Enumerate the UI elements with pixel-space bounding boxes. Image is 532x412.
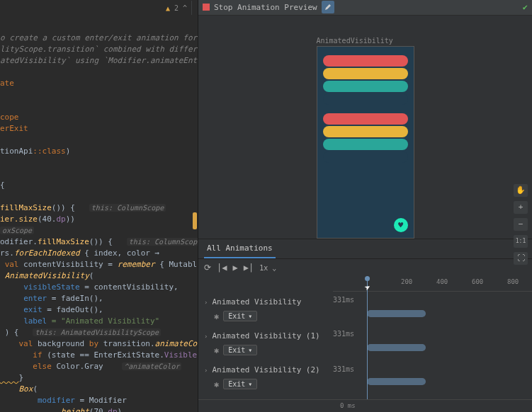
play-button[interactable]: ▶ bbox=[232, 263, 237, 273]
duration-0: 331ms bbox=[333, 296, 354, 304]
animation-controls: ⟳ |◀ ▶ ▶| 1x ⌄ bbox=[198, 259, 532, 276]
zoom-in-button[interactable]: + bbox=[514, 201, 528, 214]
device-label: AnimatedVisibility bbox=[317, 37, 414, 45]
chevron-right-icon: › bbox=[204, 299, 208, 306]
track-name-0: Animated Visibility bbox=[212, 297, 301, 307]
device-body: ♥ bbox=[317, 46, 414, 239]
device-frame: AnimatedVisibility ♥ bbox=[317, 37, 414, 239]
edit-button[interactable] bbox=[322, 1, 334, 13]
stripe-2 bbox=[323, 81, 408, 92]
freeze-icon[interactable]: ✱ bbox=[214, 345, 219, 355]
stripe-6 bbox=[323, 139, 408, 150]
warning-count: 2 bbox=[174, 4, 179, 12]
go-end-button[interactable]: ▶| bbox=[244, 263, 254, 273]
zoom-reset-button[interactable]: 1:1 bbox=[514, 235, 528, 248]
track-name-1: Animated Visibility (1) bbox=[212, 331, 319, 341]
editor-inspection-header: ▲ 2 ^ bbox=[0, 0, 198, 16]
timeline: ›Animated Visibility ✱Exit▾ ›Animated Vi… bbox=[198, 276, 532, 399]
expand-button[interactable]: ⛶ bbox=[514, 252, 528, 265]
state-select-1[interactable]: Exit▾ bbox=[223, 345, 257, 355]
track-header-0[interactable]: ›Animated Visibility bbox=[204, 294, 327, 309]
speed-selector[interactable]: 1x ⌄ bbox=[259, 264, 276, 272]
tab-all-animations[interactable]: All Animations bbox=[204, 239, 276, 258]
stripe-7 bbox=[323, 151, 408, 163]
chevron-right-icon: › bbox=[204, 367, 208, 374]
zoom-out-button[interactable]: − bbox=[514, 218, 528, 231]
bar-1 bbox=[367, 344, 426, 351]
preview-side-tools: ✋ + − 1:1 ⛶ bbox=[514, 184, 528, 265]
tick: 200 bbox=[401, 278, 412, 285]
stripe-5 bbox=[323, 126, 408, 137]
animation-panel: All Animations ⟳ |◀ ▶ ▶| 1x ⌄ ›Animated … bbox=[198, 239, 532, 412]
duration-2: 331ms bbox=[333, 365, 354, 373]
stripe-3 bbox=[323, 93, 408, 105]
animation-tabs: All Animations bbox=[198, 239, 532, 259]
scrollbar-thumb[interactable] bbox=[193, 212, 197, 229]
track-header-1[interactable]: ›Animated Visibility (1) bbox=[204, 328, 327, 343]
stripe-1 bbox=[323, 68, 408, 79]
track-header-2[interactable]: ›Animated Visibility (2) bbox=[204, 362, 327, 377]
playhead-time: 0 ms bbox=[340, 402, 356, 409]
track-group-1: ›Animated Visibility (1) ✱Exit▾ bbox=[204, 328, 327, 357]
go-start-button[interactable]: |◀ bbox=[217, 263, 227, 273]
freeze-icon[interactable]: ✱ bbox=[214, 311, 219, 321]
heart-icon: ♥ bbox=[398, 220, 403, 230]
code-editor-pane: ▲ 2 ^ o create a custom enter/exit anima… bbox=[0, 0, 198, 412]
footer-ruler: 0 ms bbox=[198, 399, 532, 412]
reset-button[interactable]: ⟳ bbox=[204, 263, 211, 273]
bar-2 bbox=[367, 378, 426, 385]
track-group-0: ›Animated Visibility ✱Exit▾ bbox=[204, 294, 327, 323]
stripe-4 bbox=[323, 113, 408, 125]
tick: 600 bbox=[472, 278, 483, 285]
chevron-down-icon: ▾ bbox=[248, 380, 252, 388]
check-icon: ✔ bbox=[523, 2, 528, 12]
chevron-down-icon: ▾ bbox=[248, 346, 252, 354]
hints-icon[interactable]: ^ bbox=[183, 4, 187, 12]
pan-button[interactable]: ✋ bbox=[514, 184, 528, 197]
tick: 400 bbox=[436, 278, 448, 285]
timeline-canvas[interactable]: 200 400 600 800 1000 ➤ 331ms 331ms 331ms bbox=[333, 276, 532, 399]
track-name-2: Animated Visibility (2) bbox=[212, 365, 319, 374]
preview-pane: Stop Animation Preview ✔ AnimatedVisibil… bbox=[198, 0, 532, 412]
code-text-area[interactable]: o create a custom enter/exit animation f… bbox=[0, 16, 198, 412]
stripe-0 bbox=[323, 55, 408, 67]
warning-icon: ▲ bbox=[166, 4, 170, 12]
state-select-0[interactable]: Exit▾ bbox=[223, 311, 257, 321]
bar-0 bbox=[367, 310, 426, 317]
track-group-2: ›Animated Visibility (2) ✱Exit▾ bbox=[204, 362, 327, 391]
duration-1: 331ms bbox=[333, 330, 354, 338]
separator bbox=[191, 1, 192, 15]
stop-icon[interactable] bbox=[203, 4, 210, 11]
state-select-2[interactable]: Exit▾ bbox=[223, 379, 257, 389]
tick: 800 bbox=[507, 278, 519, 285]
chevron-down-icon: ▾ bbox=[248, 312, 252, 320]
freeze-icon[interactable]: ✱ bbox=[214, 379, 219, 389]
track-label-column: ›Animated Visibility ✱Exit▾ ›Animated Vi… bbox=[198, 276, 333, 399]
preview-toolbar: Stop Animation Preview ✔ bbox=[198, 0, 532, 16]
preview-canvas[interactable]: AnimatedVisibility ♥ ✋ + − 1:1 ⛶ bbox=[198, 16, 532, 239]
chevron-right-icon: › bbox=[204, 333, 208, 340]
preview-title: Stop Animation Preview bbox=[214, 3, 317, 12]
fab-heart[interactable]: ♥ bbox=[394, 218, 408, 232]
